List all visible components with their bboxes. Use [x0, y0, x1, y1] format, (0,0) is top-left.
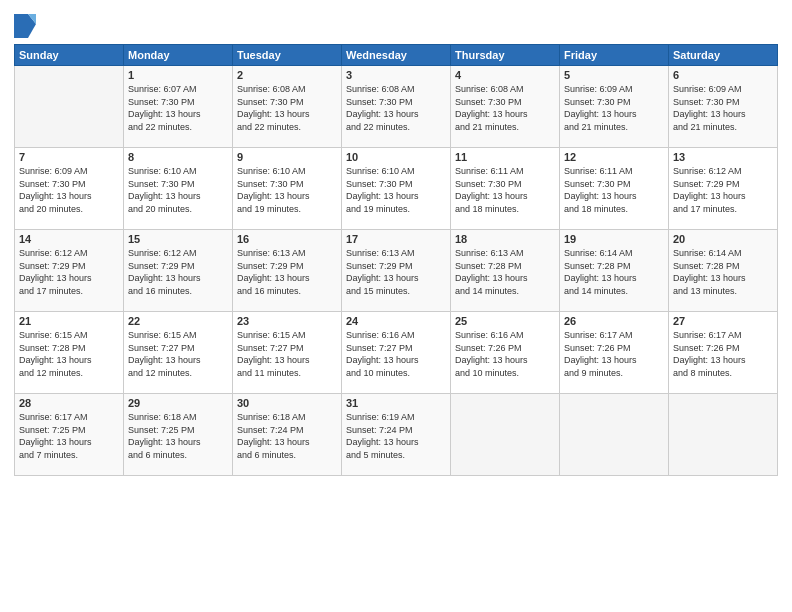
day-number: 27	[673, 315, 773, 327]
day-info: Sunrise: 6:12 AMSunset: 7:29 PMDaylight:…	[673, 166, 746, 214]
day-cell: 31 Sunrise: 6:19 AMSunset: 7:24 PMDaylig…	[342, 394, 451, 476]
day-info: Sunrise: 6:10 AMSunset: 7:30 PMDaylight:…	[237, 166, 310, 214]
day-info: Sunrise: 6:13 AMSunset: 7:29 PMDaylight:…	[237, 248, 310, 296]
day-info: Sunrise: 6:13 AMSunset: 7:28 PMDaylight:…	[455, 248, 528, 296]
day-info: Sunrise: 6:09 AMSunset: 7:30 PMDaylight:…	[19, 166, 92, 214]
day-info: Sunrise: 6:14 AMSunset: 7:28 PMDaylight:…	[564, 248, 637, 296]
day-info: Sunrise: 6:17 AMSunset: 7:25 PMDaylight:…	[19, 412, 92, 460]
day-cell: 7 Sunrise: 6:09 AMSunset: 7:30 PMDayligh…	[15, 148, 124, 230]
header-cell-thursday: Thursday	[451, 45, 560, 66]
day-cell: 4 Sunrise: 6:08 AMSunset: 7:30 PMDayligh…	[451, 66, 560, 148]
day-cell	[15, 66, 124, 148]
day-cell: 13 Sunrise: 6:12 AMSunset: 7:29 PMDaylig…	[669, 148, 778, 230]
day-number: 8	[128, 151, 228, 163]
day-number: 14	[19, 233, 119, 245]
day-cell: 23 Sunrise: 6:15 AMSunset: 7:27 PMDaylig…	[233, 312, 342, 394]
day-number: 5	[564, 69, 664, 81]
logo	[14, 10, 40, 38]
day-cell: 2 Sunrise: 6:08 AMSunset: 7:30 PMDayligh…	[233, 66, 342, 148]
week-row-5: 28 Sunrise: 6:17 AMSunset: 7:25 PMDaylig…	[15, 394, 778, 476]
day-number: 2	[237, 69, 337, 81]
day-cell: 21 Sunrise: 6:15 AMSunset: 7:28 PMDaylig…	[15, 312, 124, 394]
day-info: Sunrise: 6:16 AMSunset: 7:26 PMDaylight:…	[455, 330, 528, 378]
day-cell: 18 Sunrise: 6:13 AMSunset: 7:28 PMDaylig…	[451, 230, 560, 312]
day-info: Sunrise: 6:12 AMSunset: 7:29 PMDaylight:…	[128, 248, 201, 296]
day-cell: 11 Sunrise: 6:11 AMSunset: 7:30 PMDaylig…	[451, 148, 560, 230]
day-cell: 28 Sunrise: 6:17 AMSunset: 7:25 PMDaylig…	[15, 394, 124, 476]
day-info: Sunrise: 6:17 AMSunset: 7:26 PMDaylight:…	[564, 330, 637, 378]
day-cell: 30 Sunrise: 6:18 AMSunset: 7:24 PMDaylig…	[233, 394, 342, 476]
week-row-2: 7 Sunrise: 6:09 AMSunset: 7:30 PMDayligh…	[15, 148, 778, 230]
day-info: Sunrise: 6:11 AMSunset: 7:30 PMDaylight:…	[564, 166, 637, 214]
day-cell: 8 Sunrise: 6:10 AMSunset: 7:30 PMDayligh…	[124, 148, 233, 230]
day-cell: 1 Sunrise: 6:07 AMSunset: 7:30 PMDayligh…	[124, 66, 233, 148]
day-number: 24	[346, 315, 446, 327]
day-info: Sunrise: 6:08 AMSunset: 7:30 PMDaylight:…	[346, 84, 419, 132]
day-number: 23	[237, 315, 337, 327]
day-info: Sunrise: 6:18 AMSunset: 7:25 PMDaylight:…	[128, 412, 201, 460]
day-info: Sunrise: 6:18 AMSunset: 7:24 PMDaylight:…	[237, 412, 310, 460]
day-number: 7	[19, 151, 119, 163]
day-number: 15	[128, 233, 228, 245]
day-info: Sunrise: 6:15 AMSunset: 7:27 PMDaylight:…	[128, 330, 201, 378]
day-cell: 29 Sunrise: 6:18 AMSunset: 7:25 PMDaylig…	[124, 394, 233, 476]
day-cell: 27 Sunrise: 6:17 AMSunset: 7:26 PMDaylig…	[669, 312, 778, 394]
day-info: Sunrise: 6:08 AMSunset: 7:30 PMDaylight:…	[237, 84, 310, 132]
header-cell-tuesday: Tuesday	[233, 45, 342, 66]
day-number: 18	[455, 233, 555, 245]
header-cell-saturday: Saturday	[669, 45, 778, 66]
day-cell: 17 Sunrise: 6:13 AMSunset: 7:29 PMDaylig…	[342, 230, 451, 312]
day-cell: 6 Sunrise: 6:09 AMSunset: 7:30 PMDayligh…	[669, 66, 778, 148]
day-cell: 19 Sunrise: 6:14 AMSunset: 7:28 PMDaylig…	[560, 230, 669, 312]
day-cell: 15 Sunrise: 6:12 AMSunset: 7:29 PMDaylig…	[124, 230, 233, 312]
day-info: Sunrise: 6:12 AMSunset: 7:29 PMDaylight:…	[19, 248, 92, 296]
day-cell: 16 Sunrise: 6:13 AMSunset: 7:29 PMDaylig…	[233, 230, 342, 312]
day-info: Sunrise: 6:11 AMSunset: 7:30 PMDaylight:…	[455, 166, 528, 214]
day-cell: 12 Sunrise: 6:11 AMSunset: 7:30 PMDaylig…	[560, 148, 669, 230]
day-number: 29	[128, 397, 228, 409]
logo-icon	[14, 10, 36, 38]
day-number: 26	[564, 315, 664, 327]
day-info: Sunrise: 6:10 AMSunset: 7:30 PMDaylight:…	[346, 166, 419, 214]
day-number: 10	[346, 151, 446, 163]
day-number: 3	[346, 69, 446, 81]
day-info: Sunrise: 6:07 AMSunset: 7:30 PMDaylight:…	[128, 84, 201, 132]
day-number: 31	[346, 397, 446, 409]
day-number: 16	[237, 233, 337, 245]
day-cell: 5 Sunrise: 6:09 AMSunset: 7:30 PMDayligh…	[560, 66, 669, 148]
day-cell: 3 Sunrise: 6:08 AMSunset: 7:30 PMDayligh…	[342, 66, 451, 148]
day-cell: 14 Sunrise: 6:12 AMSunset: 7:29 PMDaylig…	[15, 230, 124, 312]
day-info: Sunrise: 6:13 AMSunset: 7:29 PMDaylight:…	[346, 248, 419, 296]
day-info: Sunrise: 6:14 AMSunset: 7:28 PMDaylight:…	[673, 248, 746, 296]
day-info: Sunrise: 6:09 AMSunset: 7:30 PMDaylight:…	[673, 84, 746, 132]
day-number: 17	[346, 233, 446, 245]
day-cell	[669, 394, 778, 476]
day-number: 28	[19, 397, 119, 409]
day-number: 9	[237, 151, 337, 163]
day-number: 11	[455, 151, 555, 163]
day-number: 22	[128, 315, 228, 327]
day-info: Sunrise: 6:09 AMSunset: 7:30 PMDaylight:…	[564, 84, 637, 132]
day-cell: 26 Sunrise: 6:17 AMSunset: 7:26 PMDaylig…	[560, 312, 669, 394]
day-number: 30	[237, 397, 337, 409]
day-info: Sunrise: 6:17 AMSunset: 7:26 PMDaylight:…	[673, 330, 746, 378]
header-row: SundayMondayTuesdayWednesdayThursdayFrid…	[15, 45, 778, 66]
header	[14, 10, 778, 38]
day-info: Sunrise: 6:10 AMSunset: 7:30 PMDaylight:…	[128, 166, 201, 214]
day-number: 19	[564, 233, 664, 245]
day-cell: 24 Sunrise: 6:16 AMSunset: 7:27 PMDaylig…	[342, 312, 451, 394]
day-cell: 25 Sunrise: 6:16 AMSunset: 7:26 PMDaylig…	[451, 312, 560, 394]
day-info: Sunrise: 6:15 AMSunset: 7:28 PMDaylight:…	[19, 330, 92, 378]
day-cell	[560, 394, 669, 476]
day-number: 13	[673, 151, 773, 163]
day-number: 1	[128, 69, 228, 81]
header-cell-friday: Friday	[560, 45, 669, 66]
day-info: Sunrise: 6:15 AMSunset: 7:27 PMDaylight:…	[237, 330, 310, 378]
day-cell: 20 Sunrise: 6:14 AMSunset: 7:28 PMDaylig…	[669, 230, 778, 312]
day-number: 4	[455, 69, 555, 81]
header-cell-wednesday: Wednesday	[342, 45, 451, 66]
day-number: 21	[19, 315, 119, 327]
day-info: Sunrise: 6:08 AMSunset: 7:30 PMDaylight:…	[455, 84, 528, 132]
calendar-page: SundayMondayTuesdayWednesdayThursdayFrid…	[0, 0, 792, 612]
header-cell-monday: Monday	[124, 45, 233, 66]
